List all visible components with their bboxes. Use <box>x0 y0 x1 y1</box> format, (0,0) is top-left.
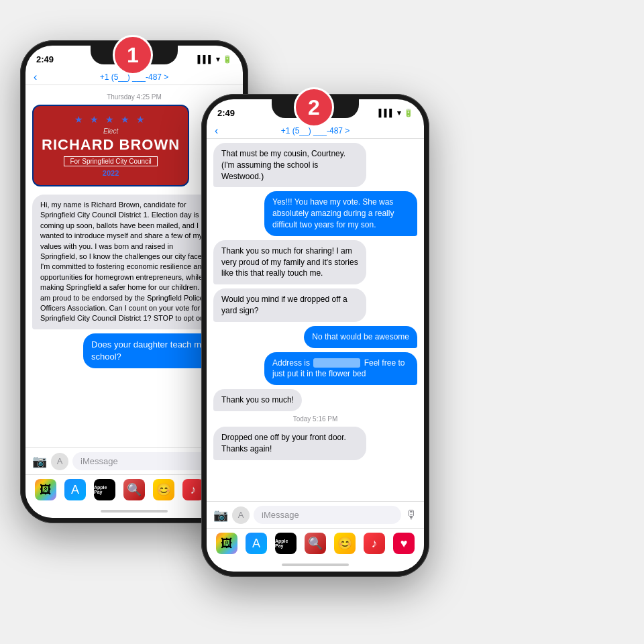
wifi-icon-2: ▾ <box>397 109 401 117</box>
status-icons-1: ▌▌▌ ▾ 🔋 <box>198 55 232 64</box>
signal-icon-1: ▌▌▌ <box>198 55 213 63</box>
memoji-icon-1[interactable]: 😊 <box>153 479 174 500</box>
time-2: 2:49 <box>217 108 235 118</box>
bubble-p2-8: Dropped one off by your front door. Than… <box>213 427 366 460</box>
bubble-p2-2: Yes!!! You have my vote. She was absolut… <box>264 191 417 235</box>
msg-row-p2-1: That must be my cousin, Courtney. (I'm a… <box>213 143 417 187</box>
battery-icon-2: 🔋 <box>404 109 413 117</box>
msg-row-p2-6: Address is Feel free to just put it in t… <box>213 352 417 386</box>
badge-2: 2 <box>294 87 334 127</box>
timestamp-1: Thursday 4:25 PM <box>32 93 236 101</box>
msg-row-p2-7: Thank you so much! <box>213 389 417 411</box>
bubble-p2-6: Address is Feel free to just put it in t… <box>264 352 417 386</box>
appstore-icon-1[interactable]: A <box>64 479 86 500</box>
campaign-position: For Springfield City Council <box>64 156 157 166</box>
time-1: 2:49 <box>36 54 54 64</box>
candidate-name: Richard Brown <box>42 136 180 154</box>
heart-icon-2[interactable]: ♥ <box>393 533 415 554</box>
bubble-p2-3: Thank you so much for sharing! I am very… <box>213 240 366 284</box>
dock-2: 🖼 A Apple Pay 🔍 😊 ♪ ♥ <box>207 528 424 558</box>
elect-label: Elect <box>42 127 180 135</box>
input-bar-2: 📷 A iMessage 🎙 <box>207 501 424 528</box>
campaign-card: ★ ★ ★ ★ ★ Elect Richard Brown For Spring… <box>32 105 189 186</box>
signal-icon-2: ▌▌▌ <box>379 109 394 117</box>
scene: 2:49 ▌▌▌ ▾ 🔋 ‹ +1 (5__) ___-487 > Thursd… <box>0 0 644 644</box>
applepay-icon-1[interactable]: Apple Pay <box>94 479 115 500</box>
timestamp-2: Today 5:16 PM <box>213 415 417 423</box>
messages-area-2: That must be my cousin, Courtney. (I'm a… <box>207 139 424 501</box>
home-indicator-2 <box>207 558 424 572</box>
search-icon-2[interactable]: 🔍 <box>305 533 326 554</box>
msg-row-p2-3: Thank you so much for sharing! I am very… <box>213 240 417 284</box>
msg-row-p2-8: Dropped one off by your front door. Than… <box>213 427 417 460</box>
camera-icon-1[interactable]: 📷 <box>32 454 47 469</box>
search-icon-1[interactable]: 🔍 <box>123 479 145 500</box>
photos-icon-1[interactable]: 🖼 <box>35 479 56 500</box>
msg-row-p2-4: Would you mind if we dropped off a yard … <box>213 288 417 322</box>
campaign-year: 2022 <box>42 169 180 177</box>
appstore-icon-2[interactable]: A <box>246 533 267 554</box>
message-input-1[interactable]: iMessage <box>72 452 220 470</box>
app-icon-2[interactable]: A <box>232 506 250 524</box>
camera-icon-2[interactable]: 📷 <box>213 508 228 523</box>
back-button-1[interactable]: ‹ <box>34 71 37 83</box>
back-button-2[interactable]: ‹ <box>215 125 218 137</box>
campaign-stars: ★ ★ ★ ★ ★ <box>42 114 180 125</box>
msg-row-p2-2: Yes!!! You have my vote. She was absolut… <box>213 191 417 235</box>
bubble-p2-5: No that would be awesome <box>304 326 417 348</box>
memoji-icon-2[interactable]: 😊 <box>334 533 356 554</box>
message-input-2[interactable]: iMessage <box>254 506 401 524</box>
music-icon-2[interactable]: ♪ <box>364 533 385 554</box>
redacted-address <box>313 358 360 368</box>
wifi-icon-1: ▾ <box>216 55 220 64</box>
applepay-icon-2[interactable]: Apple Pay <box>275 533 297 554</box>
photos-icon-2[interactable]: 🖼 <box>216 533 237 554</box>
badge-1: 1 <box>113 35 153 75</box>
bubble-p2-1: That must be my cousin, Courtney. (I'm a… <box>213 143 366 187</box>
contact-info-2[interactable]: +1 (5__) ___-487 > <box>281 126 350 136</box>
bubble-1: Hi, my name is Richard Brown, candidate … <box>32 195 216 329</box>
status-icons-2: ▌▌▌ ▾ 🔋 <box>379 109 413 117</box>
bubble-p2-4: Would you mind if we dropped off a yard … <box>213 288 366 322</box>
mic-icon-2[interactable]: 🎙 <box>405 508 417 522</box>
battery-icon-1: 🔋 <box>223 55 232 64</box>
bubble-p2-7: Thank you so much! <box>213 389 302 411</box>
msg-row-p2-5: No that would be awesome <box>213 326 417 348</box>
phone-2: 2:49 ▌▌▌ ▾ 🔋 ‹ +1 (5__) ___-487 > <box>201 94 429 577</box>
app-icon-1[interactable]: A <box>51 453 68 470</box>
